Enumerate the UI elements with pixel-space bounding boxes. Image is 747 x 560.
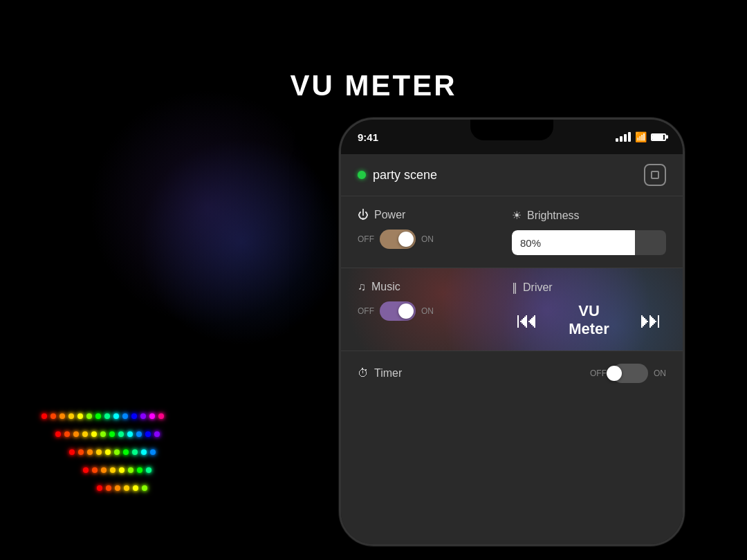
led-dot	[55, 431, 61, 437]
led-strip-0	[42, 413, 164, 419]
wifi-icon: 📶	[635, 131, 647, 142]
led-dot	[140, 413, 146, 419]
led-dot	[158, 413, 164, 419]
led-dot	[86, 413, 92, 419]
power-icon: ⏻	[358, 209, 369, 221]
led-dot	[105, 449, 111, 455]
timer-section: ⏱ Timer OFF ON	[341, 351, 683, 395]
music-icon: ♫	[358, 281, 366, 293]
music-toggle-thumb	[398, 304, 414, 319]
phone-content: party scene ⏻ Power OFF	[341, 154, 683, 544]
brightness-label: Brightness	[527, 209, 580, 222]
power-toggle[interactable]	[380, 230, 416, 249]
page-title: VU METER	[0, 69, 747, 102]
brightness-slider-area[interactable]: 80%	[512, 230, 666, 255]
driver-icon: ‖	[512, 281, 517, 294]
led-strip-1	[55, 431, 164, 437]
power-on-label: ON	[421, 234, 434, 244]
music-label-row: ♫ Music	[358, 281, 512, 293]
led-dot	[69, 449, 75, 455]
led-dot	[68, 413, 74, 419]
led-strip-3	[83, 467, 164, 473]
led-dot	[95, 413, 101, 419]
led-dot	[83, 467, 89, 473]
led-dot	[113, 413, 119, 419]
power-label: Power	[374, 209, 405, 221]
music-on-label: ON	[421, 306, 434, 316]
driver-prev-button[interactable]: ⏮	[512, 305, 542, 335]
brightness-track[interactable]: 80%	[512, 230, 666, 255]
power-control: ⏻ Power OFF ON	[358, 209, 512, 255]
battery-icon	[651, 133, 666, 141]
led-dot	[128, 467, 133, 473]
timer-off-label: OFF	[590, 368, 607, 378]
led-dot	[114, 449, 120, 455]
driver-label-row: ‖ Driver	[512, 281, 666, 294]
led-dot	[104, 413, 110, 419]
scene-stop-button[interactable]	[644, 164, 666, 186]
led-dot	[133, 485, 138, 491]
led-dot	[78, 449, 84, 455]
led-dot	[106, 485, 111, 491]
brightness-label-row: ☀ Brightness	[512, 209, 666, 222]
status-icons: 📶	[616, 131, 666, 142]
led-strips-decoration	[42, 413, 164, 491]
led-dot	[96, 449, 102, 455]
led-dot	[64, 431, 70, 437]
led-dot	[149, 413, 155, 419]
phone-notch	[470, 120, 553, 140]
power-off-label: OFF	[358, 234, 374, 244]
music-driver-section: ♫ Music OFF ON	[341, 268, 683, 351]
led-strip-2	[69, 449, 164, 455]
stop-icon	[651, 171, 659, 179]
led-dot	[127, 431, 133, 437]
scene-name: party scene	[373, 168, 437, 183]
led-dot	[146, 467, 151, 473]
led-dot	[42, 413, 47, 419]
driver-selector-row: ⏮ VU Meter ⏭	[512, 302, 666, 338]
driver-prev-icon: ⏮	[516, 308, 538, 333]
led-dot	[73, 431, 79, 437]
timer-toggle-row: OFF ON	[590, 364, 666, 383]
timer-label: Timer	[374, 367, 402, 380]
power-toggle-thumb	[398, 232, 414, 247]
led-dot	[118, 431, 124, 437]
led-dot	[109, 431, 115, 437]
status-bar: 9:41 📶	[341, 120, 683, 154]
music-toggle[interactable]	[380, 301, 416, 321]
led-dot	[150, 449, 156, 455]
led-dot	[101, 467, 107, 473]
phone-frame: 9:41 📶 party scene	[339, 118, 685, 546]
timer-icon: ⏱	[358, 367, 369, 380]
music-content: ♫ Music OFF ON	[358, 281, 666, 338]
led-dot	[110, 467, 116, 473]
timer-label-area: ⏱ Timer	[358, 367, 590, 380]
music-off-label: OFF	[358, 306, 374, 316]
music-label: Music	[371, 281, 400, 293]
power-brightness-controls: ⏻ Power OFF ON ☀ Brightness	[358, 209, 666, 255]
power-toggle-row: OFF ON	[358, 230, 512, 249]
led-dot	[77, 413, 83, 419]
led-dot	[136, 431, 142, 437]
driver-control: ‖ Driver ⏮ VU Meter ⏭	[512, 281, 666, 338]
driver-next-button[interactable]: ⏭	[636, 305, 666, 335]
led-dot	[132, 449, 138, 455]
led-dot	[142, 485, 147, 491]
timer-toggle[interactable]	[612, 364, 648, 383]
led-dot	[87, 449, 93, 455]
led-dot	[131, 413, 137, 419]
led-strip-4	[97, 485, 164, 491]
signal-icon	[616, 132, 631, 142]
timer-on-label: ON	[654, 368, 666, 378]
brightness-icon: ☀	[512, 209, 522, 222]
led-dot	[115, 485, 120, 491]
led-dot	[91, 431, 97, 437]
led-dot	[122, 413, 128, 419]
scene-info: party scene	[358, 168, 437, 183]
led-dot	[100, 431, 106, 437]
music-control: ♫ Music OFF ON	[358, 281, 512, 338]
led-dot	[97, 485, 102, 491]
brightness-control: ☀ Brightness 80%	[512, 209, 666, 255]
driver-next-icon: ⏭	[640, 308, 662, 333]
brightness-fill: 80%	[512, 230, 635, 255]
